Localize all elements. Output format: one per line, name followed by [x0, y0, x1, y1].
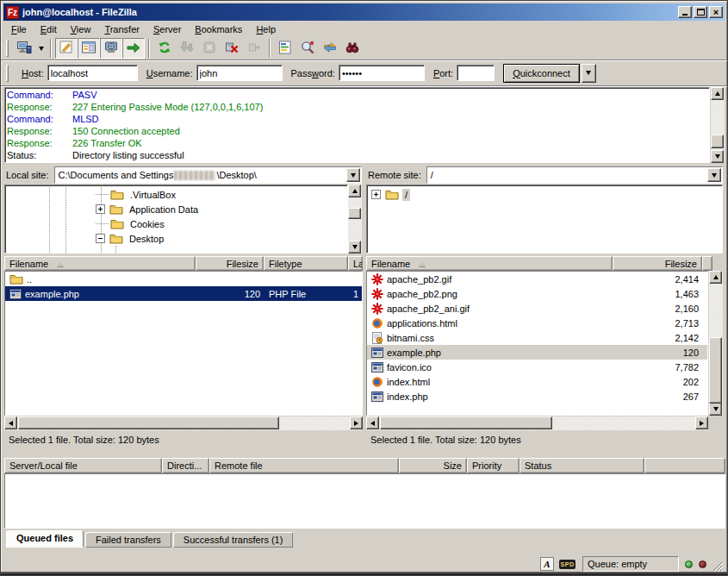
- queue-column-directi-[interactable]: Directi...: [162, 458, 209, 473]
- file-row[interactable]: favicon.ico7,782: [367, 360, 707, 374]
- menu-file[interactable]: File: [4, 22, 34, 36]
- queue-list[interactable]: [4, 473, 725, 529]
- scroll-thumb[interactable]: [709, 337, 722, 404]
- file-row[interactable]: apache_pb2.gif2,414: [367, 272, 707, 286]
- scroll-thumb[interactable]: [380, 416, 552, 429]
- menu-server[interactable]: Server: [146, 22, 188, 36]
- disconnect-button[interactable]: [221, 38, 243, 59]
- scroll-down-button[interactable]: [709, 403, 722, 416]
- host-input[interactable]: [47, 65, 138, 81]
- tab-failed-transfers[interactable]: Failed transfers: [85, 532, 171, 548]
- file-row[interactable]: apache_pb2.png1,463: [367, 286, 707, 301]
- remote-file-list[interactable]: apache_pb2.gif2,414apache_pb2.png1,463ap…: [366, 271, 708, 416]
- quickconnect-grip[interactable]: [6, 65, 9, 82]
- local-file-list[interactable]: ..example.php120PHP File1: [4, 271, 363, 416]
- tree-item[interactable]: /: [367, 187, 722, 202]
- file-row[interactable]: bitnami.css2,142: [367, 330, 707, 345]
- local-tree-scrollbar[interactable]: [348, 185, 362, 254]
- resize-grip[interactable]: [712, 560, 723, 572]
- scroll-down-button[interactable]: [348, 241, 361, 254]
- filter-button[interactable]: [274, 38, 296, 59]
- file-row[interactable]: example.php120PHP File1: [5, 286, 362, 301]
- tree-item[interactable]: .VirtualBox: [5, 187, 347, 202]
- toggle-message-log-button[interactable]: [55, 38, 78, 59]
- tab-queued-files[interactable]: Queued files: [6, 530, 84, 548]
- file-row[interactable]: apache_pb2_ani.gif2,160: [367, 301, 707, 316]
- remote-site-combo[interactable]: /: [426, 166, 723, 184]
- file-row[interactable]: example.php120: [367, 345, 707, 360]
- quickconnect-dropdown[interactable]: [582, 64, 596, 83]
- site-manager-dropdown[interactable]: [35, 38, 47, 59]
- scroll-up-button[interactable]: [711, 87, 724, 100]
- column-label: Last modified: [353, 259, 363, 269]
- scroll-thumb[interactable]: [18, 416, 279, 429]
- toggle-local-tree-button[interactable]: [78, 38, 100, 59]
- directory-comparison-button[interactable]: [296, 38, 319, 59]
- titlebar[interactable]: Fz john@localhost - FileZilla ×: [3, 3, 725, 21]
- menu-bookmarks[interactable]: Bookmarks: [188, 22, 249, 36]
- username-input[interactable]: [196, 65, 283, 81]
- tree-item[interactable]: Cookies: [5, 216, 347, 231]
- scroll-down-button[interactable]: [711, 150, 724, 163]
- queue-column-size[interactable]: Size: [399, 458, 467, 473]
- file-row[interactable]: applications.html2,713: [367, 316, 707, 330]
- maximize-button[interactable]: [694, 6, 707, 18]
- local-site-combo[interactable]: C:\Documents and Settings\Desktop\: [54, 166, 362, 184]
- scroll-up-button[interactable]: [348, 185, 361, 197]
- local-site-combo-arrow[interactable]: [346, 168, 360, 182]
- maximize-icon: [697, 9, 705, 16]
- minimize-button[interactable]: [678, 6, 692, 18]
- site-manager-button[interactable]: [13, 38, 35, 59]
- remote-list-scrollbar[interactable]: [709, 271, 723, 416]
- log-scrollbar[interactable]: [711, 87, 725, 163]
- tree-item[interactable]: Application Data: [5, 202, 347, 216]
- file-name: apache_pb2_ani.gif: [387, 304, 470, 314]
- file-row[interactable]: index.php267: [367, 389, 707, 404]
- expand-icon[interactable]: [96, 204, 105, 214]
- local-column-filename[interactable]: Filename: [4, 256, 196, 271]
- scroll-thumb[interactable]: [348, 208, 361, 219]
- file-row[interactable]: index.html202: [367, 374, 707, 389]
- expand-icon[interactable]: [371, 190, 381, 199]
- process-queue-icon: [179, 40, 195, 57]
- local-column-filesize[interactable]: Filesize: [196, 256, 264, 271]
- refresh-button[interactable]: [153, 38, 176, 59]
- collapse-icon[interactable]: [96, 234, 105, 243]
- local-column-last-modified[interactable]: Last modified: [348, 256, 363, 271]
- scroll-right-button[interactable]: [695, 416, 708, 429]
- local-column-filetype[interactable]: Filetype: [264, 256, 348, 271]
- queue-column-status[interactable]: Status: [520, 458, 644, 473]
- scroll-left-button[interactable]: [366, 416, 379, 429]
- close-button[interactable]: ×: [709, 6, 723, 18]
- scroll-thumb[interactable]: [711, 135, 724, 148]
- menu-help[interactable]: Help: [249, 22, 283, 36]
- scroll-up-button[interactable]: [709, 271, 722, 284]
- quickconnect-button[interactable]: Quickconnect: [503, 64, 580, 83]
- remote-list-hscrollbar[interactable]: [366, 416, 708, 430]
- menu-view[interactable]: View: [64, 22, 98, 36]
- remote-site-combo-arrow[interactable]: [707, 168, 721, 182]
- find-files-button[interactable]: [341, 38, 364, 59]
- password-input[interactable]: [339, 65, 425, 81]
- local-list-hscrollbar[interactable]: [4, 416, 363, 430]
- file-name: index.php: [387, 391, 428, 402]
- tab-successful-transfers-[interactable]: Successful transfers (1): [173, 532, 294, 548]
- queue-column-priority[interactable]: Priority: [467, 458, 520, 473]
- menu-edit[interactable]: Edit: [34, 22, 64, 36]
- toolbar-grip[interactable]: [6, 40, 9, 57]
- menu-transfer[interactable]: Transfer: [97, 22, 146, 36]
- toggle-transfer-queue-button[interactable]: [122, 38, 145, 59]
- tree-item[interactable]: Desktop: [5, 231, 347, 246]
- toggle-remote-tree-button[interactable]: [100, 38, 122, 59]
- remote-tree[interactable]: /: [366, 185, 723, 254]
- file-row[interactable]: ..: [5, 272, 362, 286]
- queue-column-remote-file[interactable]: Remote file: [209, 458, 399, 473]
- synchronized-browsing-button[interactable]: [319, 38, 341, 59]
- scroll-left-button[interactable]: [4, 416, 17, 429]
- local-tree[interactable]: .VirtualBoxApplication DataCookiesDeskto…: [4, 185, 348, 254]
- remote-column-filesize[interactable]: Filesize: [613, 256, 702, 271]
- remote-column-filename[interactable]: Filename: [366, 256, 613, 271]
- queue-column-server-local-file[interactable]: Server/Local file: [4, 458, 162, 473]
- scroll-right-button[interactable]: [350, 416, 363, 429]
- port-input[interactable]: [457, 65, 495, 81]
